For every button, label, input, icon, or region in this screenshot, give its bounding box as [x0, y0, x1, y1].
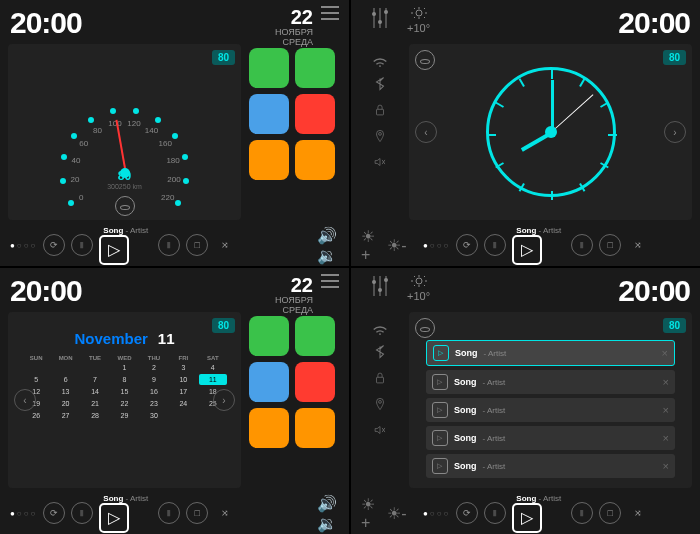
weather-widget: +10° [407, 274, 430, 302]
wifi-icon[interactable] [370, 316, 390, 336]
play-button[interactable]: ▷ [512, 235, 542, 265]
calendar-day[interactable]: 26 [22, 410, 50, 421]
next-widget-button[interactable]: › [664, 121, 686, 143]
playlist-track[interactable]: ▷Song - Artist× [426, 340, 675, 366]
calendar-day[interactable]: 27 [51, 410, 79, 421]
bluetooth-icon[interactable] [370, 342, 390, 362]
calendar-day[interactable]: 6 [51, 374, 79, 385]
calendar-day[interactable]: 3 [169, 362, 197, 373]
calendar-day[interactable]: 15 [110, 386, 138, 397]
calendar-day[interactable]: 22 [110, 398, 138, 409]
repeat-button[interactable]: ⟳ [456, 234, 478, 256]
app-clock[interactable] [295, 408, 335, 448]
app-music[interactable] [295, 94, 335, 134]
calendar-day[interactable]: 4 [199, 362, 227, 373]
lock-icon[interactable] [370, 100, 390, 120]
bluetooth-icon[interactable] [370, 74, 390, 94]
shuffle-button[interactable]: ⤨ [214, 234, 236, 256]
side-icons [359, 312, 401, 488]
brightness-down-icon[interactable]: ☀- [387, 503, 407, 523]
lock-icon[interactable] [370, 368, 390, 388]
clock-time: 20:00 [10, 6, 82, 40]
app-gallery[interactable] [249, 94, 289, 134]
next-button[interactable]: ⦀ [571, 502, 593, 524]
stop-button[interactable]: □ [599, 502, 621, 524]
calendar-day[interactable]: 28 [81, 410, 109, 421]
shuffle-button[interactable]: ⤨ [627, 502, 649, 524]
prev-button[interactable]: ⦀ [484, 234, 506, 256]
next-button[interactable]: ⦀ [158, 502, 180, 524]
prev-button[interactable]: ⦀ [71, 234, 93, 256]
app-phone[interactable] [249, 48, 289, 88]
location-icon[interactable] [370, 126, 390, 146]
repeat-button[interactable]: ⟳ [456, 502, 478, 524]
mute-icon[interactable] [370, 152, 390, 172]
shuffle-button[interactable]: ⤨ [214, 502, 236, 524]
calendar-day[interactable]: 10 [169, 374, 197, 385]
prev-widget-button[interactable]: ‹ [14, 389, 36, 411]
now-playing: Song - Artist [103, 226, 148, 235]
calendar-day[interactable]: 13 [51, 386, 79, 397]
app-clock[interactable] [295, 140, 335, 180]
playlist-track[interactable]: ▷Song - Artist× [426, 454, 675, 478]
playlist-track[interactable]: ▷Song - Artist× [426, 426, 675, 450]
shuffle-button[interactable]: ⤨ [627, 234, 649, 256]
stop-button[interactable]: □ [186, 234, 208, 256]
stop-button[interactable]: □ [186, 502, 208, 524]
calendar-day[interactable]: 23 [140, 398, 168, 409]
calendar-day[interactable]: 24 [169, 398, 197, 409]
next-widget-button[interactable]: › [213, 389, 235, 411]
volume-up-button[interactable]: 🔊 [317, 494, 339, 512]
play-button[interactable]: ▷ [99, 235, 129, 265]
app-phone[interactable] [249, 316, 289, 356]
calendar-day[interactable]: 7 [81, 374, 109, 385]
wifi-icon[interactable] [370, 48, 390, 68]
volume-down-button[interactable]: 🔉 [317, 246, 339, 264]
calendar-day[interactable]: 20 [51, 398, 79, 409]
app-compass[interactable] [249, 140, 289, 180]
brightness-up-icon[interactable]: ☀+ [361, 503, 381, 523]
repeat-button[interactable]: ⟳ [43, 502, 65, 524]
date-block: 22НОЯБРЯСРЕДА [275, 274, 313, 316]
calendar-day[interactable]: 11 [199, 374, 227, 385]
playlist-track[interactable]: ▷Song - Artist× [426, 398, 675, 422]
speed-badge: 80 [663, 318, 686, 333]
playlist-track[interactable]: ▷Song - Artist× [426, 370, 675, 394]
volume-down-button[interactable]: 🔉 [317, 514, 339, 532]
app-gallery[interactable] [249, 362, 289, 402]
menu-icon[interactable] [321, 274, 339, 292]
menu-icon[interactable] [321, 6, 339, 24]
calendar-day[interactable]: 30 [140, 410, 168, 421]
play-button[interactable]: ▷ [99, 503, 129, 533]
app-music[interactable] [295, 362, 335, 402]
calendar-day[interactable]: 5 [22, 374, 50, 385]
location-icon[interactable] [370, 394, 390, 414]
calendar-day[interactable]: 2 [140, 362, 168, 373]
equalizer-icon[interactable] [371, 274, 389, 298]
calendar-day[interactable]: 29 [110, 410, 138, 421]
volume-up-button[interactable]: 🔊 [317, 226, 339, 244]
app-compass[interactable] [249, 408, 289, 448]
app-messages[interactable] [295, 48, 335, 88]
equalizer-icon[interactable] [371, 6, 389, 30]
prev-button[interactable]: ⦀ [484, 502, 506, 524]
calendar-day[interactable]: 14 [81, 386, 109, 397]
prev-widget-button[interactable]: ‹ [415, 121, 437, 143]
calendar-day[interactable]: 17 [169, 386, 197, 397]
svg-point-6 [379, 133, 382, 136]
calendar-day[interactable]: 8 [110, 374, 138, 385]
app-messages[interactable] [295, 316, 335, 356]
prev-button[interactable]: ⦀ [71, 502, 93, 524]
next-button[interactable]: ⦀ [571, 234, 593, 256]
next-button[interactable]: ⦀ [158, 234, 180, 256]
calendar-day[interactable]: 9 [140, 374, 168, 385]
calendar-day[interactable]: 16 [140, 386, 168, 397]
brightness-down-icon[interactable]: ☀- [387, 235, 407, 255]
calendar-day[interactable]: 21 [81, 398, 109, 409]
mute-icon[interactable] [370, 420, 390, 440]
stop-button[interactable]: □ [599, 234, 621, 256]
repeat-button[interactable]: ⟳ [43, 234, 65, 256]
play-button[interactable]: ▷ [512, 503, 542, 533]
brightness-up-icon[interactable]: ☀+ [361, 235, 381, 255]
calendar-day[interactable]: 1 [110, 362, 138, 373]
